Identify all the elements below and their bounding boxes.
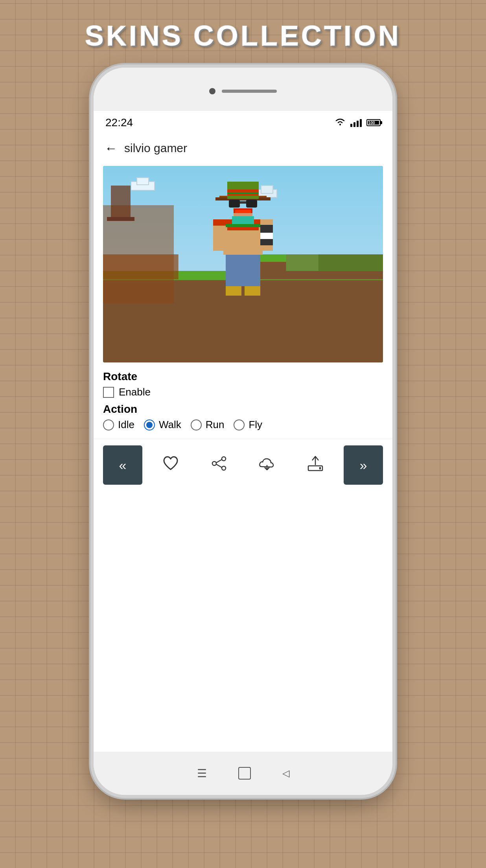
export-button[interactable]: [296, 445, 335, 485]
prev-icon: «: [119, 458, 127, 473]
skin-preview-area: [94, 162, 392, 362]
svg-rect-30: [213, 219, 226, 226]
radio-fly[interactable]: Fly: [234, 419, 262, 431]
status-bar: 22:24: [94, 111, 392, 134]
svg-rect-28: [232, 216, 254, 224]
svg-rect-4: [137, 178, 149, 185]
radio-idle[interactable]: Idle: [103, 419, 134, 431]
svg-rect-37: [245, 286, 260, 296]
radio-fly-label: Fly: [249, 419, 262, 431]
svg-rect-20: [240, 201, 246, 204]
radio-walk[interactable]: Walk: [144, 419, 181, 431]
app-title: SKINS COLLECTION: [85, 20, 401, 52]
nav-back-icon[interactable]: ◁: [282, 768, 289, 779]
radio-idle-label: Idle: [118, 419, 134, 431]
download-cloud-icon: [258, 456, 276, 475]
svg-rect-18: [229, 200, 240, 208]
svg-rect-17: [227, 194, 259, 196]
favorite-button[interactable]: [151, 445, 190, 485]
enable-label: Enable: [119, 386, 151, 398]
radio-group: Idle Walk Run: [103, 419, 383, 431]
next-button[interactable]: »: [344, 445, 383, 485]
svg-rect-27: [227, 227, 259, 230]
svg-point-42: [212, 462, 216, 465]
phone-frame: 22:24: [94, 68, 392, 795]
svg-rect-35: [226, 255, 260, 286]
radio-walk-label: Walk: [159, 419, 181, 431]
rotate-label: Rotate: [103, 370, 383, 383]
nav-bar: ← silvio gamer: [94, 134, 392, 162]
phone-top-bezel: [94, 68, 392, 111]
svg-rect-39: [111, 186, 131, 217]
action-label: Action: [103, 403, 383, 416]
radio-run[interactable]: Run: [191, 419, 225, 431]
svg-rect-40: [107, 217, 134, 221]
next-icon: »: [359, 458, 367, 473]
action-buttons-row: «: [94, 439, 392, 493]
radio-run-label: Run: [206, 419, 225, 431]
controls-area: Rotate Enable Action Idle: [94, 362, 392, 439]
svg-rect-19: [246, 200, 257, 208]
status-time: 22:24: [105, 116, 133, 129]
prev-button[interactable]: «: [103, 445, 142, 485]
page-title: silvio gamer: [124, 142, 187, 155]
speaker-bar: [222, 90, 277, 93]
phone-bottom-bezel: ☰ ◁: [94, 752, 392, 795]
heart-icon: [162, 456, 179, 474]
signal-bars: [350, 118, 362, 127]
svg-rect-34: [260, 239, 273, 245]
svg-rect-49: [319, 467, 321, 469]
battery-icon: 100: [366, 119, 381, 126]
svg-rect-36: [226, 286, 241, 296]
screen: 22:24: [94, 111, 392, 752]
svg-point-41: [222, 457, 226, 461]
svg-rect-15: [227, 189, 259, 193]
action-section: Action Idle Walk: [103, 403, 383, 431]
skin-image-container: [103, 166, 383, 362]
rotate-section: Rotate Enable: [103, 370, 383, 398]
nav-menu-icon[interactable]: ☰: [197, 767, 207, 780]
enable-checkbox[interactable]: [103, 387, 114, 398]
svg-rect-26: [226, 224, 260, 227]
share-button[interactable]: [199, 445, 239, 485]
svg-rect-10: [318, 254, 383, 271]
share-icon: [211, 456, 227, 475]
svg-rect-16: [227, 193, 259, 194]
status-icons: 100: [335, 117, 381, 128]
svg-rect-33: [260, 233, 273, 239]
svg-line-45: [216, 464, 222, 467]
nav-home-icon[interactable]: [238, 767, 251, 780]
front-camera: [209, 88, 215, 94]
svg-rect-32: [260, 225, 273, 233]
svg-point-43: [222, 466, 226, 470]
export-icon: [307, 455, 324, 476]
svg-rect-22: [235, 210, 251, 213]
svg-point-0: [339, 124, 341, 125]
back-button[interactable]: ←: [103, 140, 119, 156]
back-arrow-icon: ←: [105, 141, 117, 156]
wifi-icon: [335, 117, 346, 128]
svg-line-44: [216, 460, 222, 463]
download-button[interactable]: [247, 445, 287, 485]
